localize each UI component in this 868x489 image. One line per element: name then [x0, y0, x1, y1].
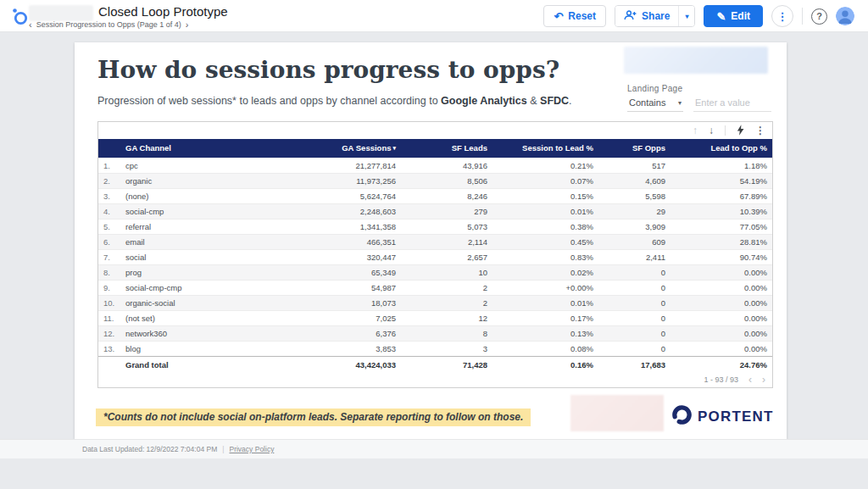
cell-session-to-lead: 0.01% [492, 295, 598, 310]
table-row[interactable]: 9. social-cmp-cmp 54,987 2 +0.00% 0 0.00… [98, 280, 772, 295]
cell-ga-sessions: 18,073 [298, 295, 401, 310]
cell-sf-opps: 5,598 [598, 188, 670, 203]
filter-value-input[interactable] [693, 96, 771, 112]
share-dropdown-button[interactable]: ▾ [678, 6, 694, 26]
toolbar-divider [725, 125, 726, 136]
row-index: 2. [98, 173, 120, 188]
total-lead-to-opp: 24.76% [670, 356, 772, 374]
redacted-header-image [624, 47, 768, 74]
share-button[interactable]: Share [615, 6, 678, 26]
row-index: 11. [98, 310, 120, 325]
cell-ga-channel: blog [120, 341, 298, 356]
data-table-card: ↑ ↓ ⋮ GA Channel GA Sessions▾ SF Leads S… [97, 121, 773, 388]
table-row[interactable]: 5. referral 1,341,358 5,073 0.38% 3,909 … [98, 219, 772, 234]
column-header-ga-channel[interactable]: GA Channel [120, 139, 298, 158]
footer-divider: | [222, 445, 224, 453]
more-options-button[interactable]: ⋮ [771, 5, 793, 27]
filter-operator-value: Contains [629, 97, 665, 108]
cell-ga-channel: (none) [120, 188, 298, 203]
sort-ascending-icon[interactable]: ↑ [693, 125, 698, 136]
previous-page-icon[interactable]: ‹ [29, 21, 32, 29]
privacy-policy-link[interactable]: Privacy Policy [229, 445, 274, 453]
row-index: 6. [98, 234, 120, 249]
cell-ga-channel: network360 [120, 325, 298, 341]
index-column-header [98, 139, 120, 158]
row-index: 12. [98, 325, 120, 341]
table-row[interactable]: 3. (none) 5,624,764 8,246 0.15% 5,598 67… [98, 188, 772, 203]
table-row[interactable]: 1. cpc 21,277,814 43,916 0.21% 517 1.18% [98, 158, 772, 173]
page-subtitle: Progression of web sessions* to leads an… [97, 95, 572, 107]
chevron-down-icon: ▾ [678, 99, 682, 107]
cell-sf-leads: 12 [401, 310, 492, 325]
next-page-icon[interactable]: › [186, 21, 189, 29]
sort-descending-icon[interactable]: ↓ [709, 125, 714, 136]
row-index: 10. [98, 295, 120, 310]
row-index: 9. [98, 280, 120, 295]
cell-session-to-lead: +0.00% [492, 280, 598, 295]
pagination-prev-icon[interactable]: ‹ [748, 375, 752, 384]
table-row[interactable]: 2. organic 11,973,256 8,506 0.07% 4,609 … [98, 173, 772, 188]
cell-sf-leads: 10 [401, 264, 492, 280]
cell-sf-opps: 0 [598, 280, 670, 295]
table-row[interactable]: 8. prog 65,349 10 0.02% 0 0.00% [98, 264, 772, 280]
table-row[interactable]: 11. (not set) 7,025 12 0.17% 0 0.00% [98, 310, 772, 325]
filter-operator-dropdown[interactable]: Contains ▾ [627, 96, 683, 112]
cell-sf-leads: 279 [401, 203, 492, 219]
table-more-options-icon[interactable]: ⋮ [755, 125, 765, 136]
cell-ga-sessions: 6,376 [298, 325, 401, 341]
row-index: 8. [98, 264, 120, 280]
cell-session-to-lead: 0.02% [492, 264, 598, 280]
pagination-next-icon[interactable]: › [762, 375, 765, 384]
help-button[interactable]: ? [811, 8, 827, 25]
cell-session-to-lead: 0.08% [492, 341, 598, 356]
cell-ga-sessions: 1,341,358 [298, 219, 401, 234]
cell-ga-sessions: 2,248,603 [298, 203, 401, 219]
cell-ga-sessions: 466,351 [298, 234, 401, 249]
cell-ga-channel: cpc [120, 158, 298, 173]
subtitle-sfdc: SFDC [540, 95, 569, 107]
column-header-lead-to-opp[interactable]: Lead to Opp % [670, 139, 772, 158]
cell-ga-channel: organic-social [120, 295, 298, 310]
cell-ga-sessions: 320,447 [298, 249, 401, 264]
total-ga-sessions: 43,424,033 [298, 356, 401, 374]
portent-logo-icon [671, 404, 693, 429]
row-index: 5. [98, 219, 120, 234]
subtitle-google-analytics: Google Analytics [441, 95, 527, 107]
column-header-session-to-lead[interactable]: Session to Lead % [492, 139, 598, 158]
column-header-sf-leads[interactable]: SF Leads [401, 139, 492, 158]
table-row[interactable]: 6. email 466,351 2,114 0.45% 609 28.81% [98, 234, 772, 249]
table-row[interactable]: 7. social 320,447 2,657 0.83% 2,411 90.7… [98, 249, 772, 264]
column-header-ga-sessions[interactable]: GA Sessions▾ [298, 139, 401, 158]
row-index: 13. [98, 341, 120, 356]
cell-ga-channel: prog [120, 264, 298, 280]
row-index: 4. [98, 203, 120, 219]
cell-sf-leads: 43,916 [401, 158, 492, 173]
cell-sf-opps: 517 [598, 158, 670, 173]
user-avatar[interactable] [836, 7, 854, 25]
cell-ga-channel: email [120, 234, 298, 249]
cell-session-to-lead: 0.38% [492, 219, 598, 234]
reset-button[interactable]: ↶ Reset [543, 5, 606, 27]
cell-sf-opps: 0 [598, 310, 670, 325]
cell-ga-sessions: 11,973,256 [298, 173, 401, 188]
footnote: *Counts do not include social on-platfor… [96, 408, 531, 426]
cell-session-to-lead: 0.17% [492, 310, 598, 325]
cell-lead-to-opp: 0.00% [670, 325, 772, 341]
grand-total-row: Grand total 43,424,033 71,428 0.16% 17,6… [98, 356, 772, 374]
edit-button[interactable]: ✎ Edit [704, 5, 763, 27]
cell-session-to-lead: 0.01% [492, 203, 598, 219]
data-last-updated: Data Last Updated: 12/9/2022 7:04:04 PM [82, 445, 217, 453]
appbar-actions: ↶ Reset Share ▾ ✎ Edit [543, 5, 854, 27]
table-row[interactable]: 13. blog 3,853 3 0.08% 0 0.00% [98, 341, 772, 356]
cell-ga-sessions: 65,349 [298, 264, 401, 280]
subtitle-period: . [569, 95, 571, 107]
cell-sf-opps: 0 [598, 341, 670, 356]
table-row[interactable]: 12. network360 6,376 8 0.13% 0 0.00% [98, 325, 772, 341]
question-icon: ? [816, 11, 822, 21]
cell-sf-leads: 8,246 [401, 188, 492, 203]
cell-sf-opps: 0 [598, 264, 670, 280]
table-row[interactable]: 10. organic-social 18,073 2 0.01% 0 0.00… [98, 295, 772, 310]
table-row[interactable]: 4. social-cmp 2,248,603 279 0.01% 29 10.… [98, 203, 772, 219]
lightning-icon[interactable] [737, 125, 744, 137]
column-header-sf-opps[interactable]: SF Opps [598, 139, 670, 158]
